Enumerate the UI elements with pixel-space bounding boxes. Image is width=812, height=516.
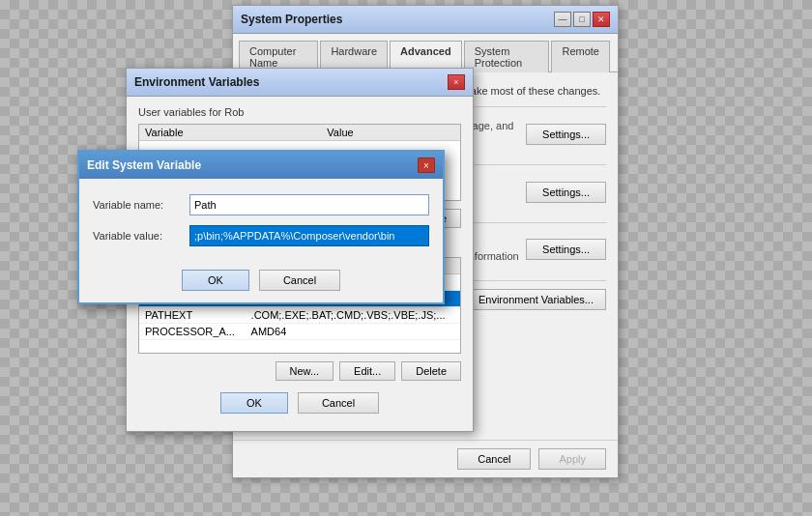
edit-var-dialog: Edit System Variable × Variable name: Va… [77,150,445,304]
edit-var-ok-button[interactable]: OK [182,270,249,291]
env-vars-ok-button[interactable]: OK [220,392,288,414]
user-vars-table: Variable Value [139,125,460,141]
edit-var-title: Edit System Variable [87,158,201,172]
env-vars-cancel-button[interactable]: Cancel [298,392,379,414]
system-action-row: New... Edit... Delete [138,361,461,381]
system-props-titlebar: System Properties — □ ✕ [233,6,618,34]
env-vars-button[interactable]: Environment Variables... [466,289,606,310]
table-row[interactable]: PROCESSOR_A...AMD64 [139,324,460,340]
system-new-button[interactable]: New... [276,361,334,381]
table-row[interactable]: PATHEXT.COM;.EXE;.BAT;.CMD;.VBS;.VBE;.JS… [139,307,460,324]
user-vars-label: User variables for Rob [138,106,461,118]
startup-settings-button[interactable]: Settings... [526,239,606,260]
edit-var-titlebar: Edit System Variable × [79,152,443,179]
env-vars-titlebar: Environment Variables × [127,69,473,97]
variable-value-row: Variable value: [93,225,429,246]
close-button[interactable]: ✕ [593,12,610,27]
edit-var-cancel-button[interactable]: Cancel [259,270,340,291]
variable-name-row: Variable name: [93,194,429,215]
system-props-title: System Properties [241,13,342,26]
env-vars-title: Environment Variables [134,75,259,89]
tab-system-protection[interactable]: System Protection [464,41,550,72]
system-props-footer: Cancel Apply [233,440,618,477]
maximize-button[interactable]: □ [573,12,591,27]
user-table-val-header: Value [321,125,460,141]
variable-value-label: Variable value: [93,230,189,242]
system-edit-button[interactable]: Edit... [339,361,395,381]
user-table-var-header: Variable [139,125,321,141]
profiles-settings-button[interactable]: Settings... [526,182,606,203]
edit-var-footer: OK Cancel [79,266,443,302]
edit-var-close-button[interactable]: × [418,158,435,173]
tabs-container: Computer Name Hardware Advanced System P… [233,34,618,72]
cancel-button[interactable]: Cancel [457,448,531,470]
variable-name-input[interactable] [189,194,429,215]
titlebar-controls: — □ ✕ [554,12,610,27]
minimize-button[interactable]: — [554,12,571,27]
variable-name-label: Variable name: [93,199,189,211]
edit-var-content: Variable name: Variable value: [79,179,443,266]
variable-value-input[interactable] [189,225,429,246]
tab-remote[interactable]: Remote [551,41,610,72]
env-vars-close-button[interactable]: × [448,74,465,90]
apply-button[interactable]: Apply [538,448,606,470]
performance-settings-button[interactable]: Settings... [526,124,606,145]
env-vars-titlebar-controls: × [448,74,465,90]
system-delete-button[interactable]: Delete [401,361,461,381]
